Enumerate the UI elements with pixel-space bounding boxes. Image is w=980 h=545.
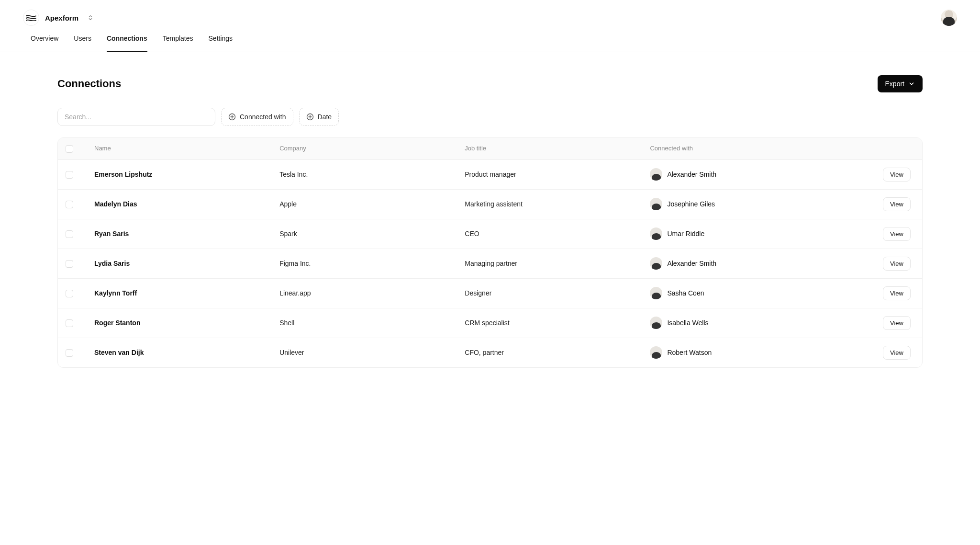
nav-templates[interactable]: Templates	[163, 34, 193, 52]
connected-name: Alexander Smith	[667, 170, 716, 178]
row-checkbox[interactable]	[66, 349, 73, 357]
connections-table: Name Company Job title Connected with Em…	[57, 137, 923, 368]
plus-circle-icon	[306, 113, 314, 121]
cell-job: CRM specialist	[457, 319, 642, 327]
brand-logo-icon	[23, 10, 39, 26]
cell-company: Figma Inc.	[272, 260, 457, 267]
view-button[interactable]: View	[883, 168, 911, 182]
row-checkbox[interactable]	[66, 201, 73, 208]
plus-circle-icon	[228, 113, 236, 121]
cell-job: Designer	[457, 289, 642, 297]
table-row: Lydia SarisFigma Inc.Managing partnerAle…	[58, 249, 922, 279]
cell-name: Emerson Lipshutz	[87, 170, 272, 178]
cell-job: CEO	[457, 230, 642, 238]
nav-users[interactable]: Users	[74, 34, 91, 52]
table-row: Madelyn DiasAppleMarketing assistentJose…	[58, 190, 922, 219]
row-checkbox[interactable]	[66, 171, 73, 179]
cell-connected: Alexander Smith	[642, 168, 865, 181]
cell-connected: Robert Watson	[642, 346, 865, 359]
view-button[interactable]: View	[883, 346, 911, 360]
cell-company: Spark	[272, 230, 457, 238]
connected-name: Umar Riddle	[667, 230, 704, 238]
chevrons-up-down-icon	[87, 14, 94, 21]
table-row: Roger StantonShellCRM specialistIsabella…	[58, 308, 922, 338]
brand-switcher[interactable]: Apexform	[23, 10, 94, 26]
filter-date-label: Date	[318, 113, 332, 121]
connected-avatar	[650, 227, 662, 240]
page-content: Connections Export Connected with Date N…	[0, 52, 980, 391]
connected-name: Sasha Coen	[667, 289, 704, 297]
filter-connected-with[interactable]: Connected with	[221, 108, 293, 126]
connected-avatar	[650, 198, 662, 210]
connected-avatar	[650, 168, 662, 181]
cell-company: Linear.app	[272, 289, 457, 297]
cell-connected: Sasha Coen	[642, 287, 865, 299]
table-header: Name Company Job title Connected with	[58, 138, 922, 160]
search-input[interactable]	[57, 108, 215, 126]
row-checkbox[interactable]	[66, 290, 73, 297]
col-company: Company	[272, 145, 457, 153]
view-button[interactable]: View	[883, 197, 911, 211]
cell-job: Managing partner	[457, 260, 642, 267]
cell-job: CFO, partner	[457, 349, 642, 356]
cell-name: Kaylynn Torff	[87, 289, 272, 297]
view-button[interactable]: View	[883, 227, 911, 241]
cell-job: Product manager	[457, 170, 642, 178]
cell-connected: Umar Riddle	[642, 227, 865, 240]
view-button[interactable]: View	[883, 257, 911, 271]
cell-connected: Josephine Giles	[642, 198, 865, 210]
row-checkbox[interactable]	[66, 230, 73, 238]
table-row: Kaylynn TorffLinear.appDesignerSasha Coe…	[58, 279, 922, 308]
profile-avatar[interactable]	[941, 10, 957, 26]
connected-avatar	[650, 346, 662, 359]
select-all-checkbox[interactable]	[66, 145, 73, 153]
cell-company: Shell	[272, 319, 457, 327]
cell-connected: Isabella Wells	[642, 317, 865, 329]
nav-settings[interactable]: Settings	[209, 34, 233, 52]
cell-name: Roger Stanton	[87, 319, 272, 327]
filter-connected-with-label: Connected with	[240, 113, 286, 121]
cell-company: Apple	[272, 200, 457, 208]
cell-job: Marketing assistent	[457, 200, 642, 208]
row-checkbox[interactable]	[66, 260, 73, 268]
connected-avatar	[650, 287, 662, 299]
cell-name: Steven van Dijk	[87, 349, 272, 356]
view-button[interactable]: View	[883, 286, 911, 300]
main-nav: Overview Users Connections Templates Set…	[0, 26, 980, 52]
chevron-down-icon	[908, 80, 915, 87]
cell-name: Ryan Saris	[87, 230, 272, 238]
cell-name: Madelyn Dias	[87, 200, 272, 208]
col-job: Job title	[457, 145, 642, 153]
connected-name: Alexander Smith	[667, 260, 716, 267]
row-checkbox[interactable]	[66, 319, 73, 327]
connected-avatar	[650, 257, 662, 270]
connected-name: Isabella Wells	[667, 319, 708, 327]
export-button[interactable]: Export	[878, 75, 923, 92]
filter-date[interactable]: Date	[299, 108, 339, 126]
connected-name: Robert Watson	[667, 349, 712, 356]
view-button[interactable]: View	[883, 316, 911, 330]
cell-company: Unilever	[272, 349, 457, 356]
cell-company: Tesla Inc.	[272, 170, 457, 178]
filter-bar: Connected with Date	[57, 108, 923, 126]
table-row: Emerson LipshutzTesla Inc.Product manage…	[58, 160, 922, 190]
page-title: Connections	[57, 78, 121, 90]
brand-name: Apexform	[45, 14, 78, 22]
col-name: Name	[87, 145, 272, 153]
export-label: Export	[885, 80, 904, 88]
cell-name: Lydia Saris	[87, 260, 272, 267]
cell-connected: Alexander Smith	[642, 257, 865, 270]
table-row: Ryan SarisSparkCEOUmar RiddleView	[58, 219, 922, 249]
connected-avatar	[650, 317, 662, 329]
col-connected: Connected with	[642, 145, 865, 153]
nav-overview[interactable]: Overview	[31, 34, 58, 52]
connected-name: Josephine Giles	[667, 200, 715, 208]
table-row: Steven van DijkUnileverCFO, partnerRober…	[58, 338, 922, 367]
nav-connections[interactable]: Connections	[107, 34, 147, 52]
topbar: Apexform	[0, 0, 980, 26]
